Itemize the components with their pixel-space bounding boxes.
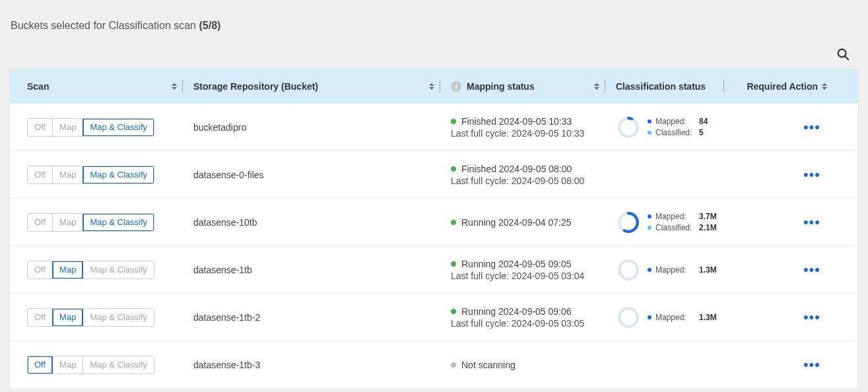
bucket-name: bucketadipro bbox=[193, 122, 246, 133]
scan-mode-off[interactable]: Off bbox=[28, 166, 53, 183]
scan-mode-map[interactable]: Map bbox=[53, 214, 83, 231]
last-full-cycle: Last full cycle: 2024-09-05 03:04 bbox=[451, 271, 584, 281]
more-actions-button[interactable]: ••• bbox=[801, 212, 823, 232]
stat-label: Mapped: bbox=[655, 117, 695, 126]
svg-point-8 bbox=[619, 308, 638, 327]
scan-mode-off[interactable]: Off bbox=[28, 261, 53, 278]
cell-mapping-status: Finished 2024-09-05 10:33 Last full cycl… bbox=[446, 116, 611, 139]
cell-bucket: datasense-1tb-3 bbox=[188, 360, 446, 370]
bucket-name: datasense-0-files bbox=[193, 170, 264, 180]
th-required-action[interactable]: Required Action bbox=[729, 69, 835, 104]
cell-bucket: bucketadipro bbox=[188, 122, 446, 133]
scan-mode-map[interactable]: Map bbox=[53, 261, 83, 278]
stat-label: Mapped: bbox=[655, 265, 695, 275]
stat-classified: Classified: 5 bbox=[648, 128, 708, 137]
more-actions-button[interactable]: ••• bbox=[801, 308, 823, 327]
cell-classification-status: Mapped: 1.3M bbox=[611, 305, 729, 330]
mapping-status-text: Finished 2024-09-05 10:33 bbox=[461, 116, 572, 127]
stat-mapped: Mapped: 84 bbox=[648, 117, 708, 126]
status-dot bbox=[451, 309, 456, 314]
th-scan[interactable]: Scan bbox=[10, 69, 188, 104]
cell-classification-status: Mapped: 1.3M bbox=[611, 257, 729, 282]
stat-value: 3.7M bbox=[699, 212, 717, 221]
more-actions-button[interactable]: ••• bbox=[801, 165, 823, 185]
search-icon[interactable] bbox=[832, 44, 853, 65]
classification-cell: Mapped: 3.7M Classified: 2.1M bbox=[616, 210, 717, 235]
scan-mode-off[interactable]: Off bbox=[28, 119, 53, 136]
table-row: OffMapMap & Classify datasense-1tb-2 Run… bbox=[10, 294, 858, 341]
table-toolbar bbox=[9, 40, 859, 69]
scan-mode-segmented: OffMapMap & Classify bbox=[27, 261, 154, 279]
scan-mode-segmented: OffMapMap & Classify bbox=[27, 118, 154, 137]
bucket-name: datasense-1tb-2 bbox=[193, 312, 260, 323]
scan-mode-off[interactable]: Off bbox=[28, 214, 53, 231]
cell-scan: OffMapMap & Classify bbox=[10, 166, 188, 184]
th-scan-label: Scan bbox=[27, 81, 49, 92]
cell-scan: OffMapMap & Classify bbox=[10, 213, 188, 232]
dot-icon bbox=[648, 226, 651, 230]
last-full-cycle: Last full cycle: 2024-09-05 03:05 bbox=[451, 318, 584, 329]
status-dot bbox=[451, 166, 456, 172]
more-actions-button[interactable]: ••• bbox=[801, 355, 823, 375]
status-dot bbox=[451, 220, 456, 225]
bucket-name: datasense-10tb bbox=[193, 217, 257, 228]
mapping-status-line: Not scanning bbox=[451, 360, 516, 370]
scan-mode-map_classify[interactable]: Map & Classify bbox=[83, 214, 154, 231]
svg-point-2 bbox=[619, 118, 638, 137]
stat-label: Mapped: bbox=[655, 313, 695, 322]
more-actions-button[interactable]: ••• bbox=[801, 260, 823, 280]
classification-cell: Mapped: 1.3M bbox=[616, 257, 717, 282]
scan-mode-map_classify[interactable]: Map & Classify bbox=[83, 309, 154, 326]
sort-icon[interactable] bbox=[429, 82, 434, 91]
stat-value: 1.3M bbox=[699, 313, 717, 322]
info-icon[interactable]: i bbox=[451, 81, 461, 92]
cell-classification-status: Mapped: 3.7M Classified: 2.1M bbox=[611, 210, 729, 235]
cell-required-action: ••• bbox=[729, 308, 835, 327]
cell-bucket: datasense-1tb-2 bbox=[188, 312, 446, 323]
scan-mode-map_classify[interactable]: Map & Classify bbox=[83, 261, 154, 278]
th-mapping-label: Mapping status bbox=[467, 81, 535, 92]
page-title: Buckets selected for Classification scan… bbox=[9, 20, 859, 32]
sort-icon[interactable] bbox=[594, 82, 599, 91]
col-divider bbox=[605, 80, 605, 93]
stat-value: 84 bbox=[699, 117, 708, 126]
scan-mode-map_classify[interactable]: Map & Classify bbox=[83, 166, 154, 183]
scan-mode-map[interactable]: Map bbox=[53, 119, 83, 136]
col-divider bbox=[440, 80, 440, 93]
mapping-status-line: Running 2024-09-05 09:06 bbox=[451, 306, 584, 317]
sort-icon[interactable] bbox=[822, 82, 827, 91]
scan-mode-map_classify[interactable]: Map & Classify bbox=[83, 356, 154, 374]
th-mapping-status[interactable]: i Mapping status bbox=[446, 69, 611, 104]
mapping-status-text: Running 2024-09-05 09:06 bbox=[461, 306, 572, 317]
stat-label: Classified: bbox=[655, 223, 695, 232]
scan-mode-off[interactable]: Off bbox=[28, 309, 53, 326]
scan-mode-map_classify[interactable]: Map & Classify bbox=[83, 119, 154, 136]
stat-mapped: Mapped: 1.3M bbox=[648, 265, 717, 275]
sort-icon[interactable] bbox=[172, 82, 177, 91]
svg-line-1 bbox=[845, 56, 848, 59]
more-actions-button[interactable]: ••• bbox=[801, 117, 823, 137]
th-repo-label: Storage Repository (Bucket) bbox=[193, 81, 318, 92]
stat-value: 1.3M bbox=[699, 265, 717, 275]
scan-mode-map[interactable]: Map bbox=[53, 166, 83, 183]
cell-required-action: ••• bbox=[729, 355, 835, 375]
scan-mode-off[interactable]: Off bbox=[28, 356, 53, 374]
scan-mode-segmented: OffMapMap & Classify bbox=[27, 213, 154, 232]
cell-scan: OffMapMap & Classify bbox=[10, 118, 188, 137]
mapping-status-line: Finished 2024-09-05 10:33 bbox=[451, 116, 584, 127]
scan-mode-map[interactable]: Map bbox=[53, 309, 83, 326]
cell-required-action: ••• bbox=[729, 117, 835, 137]
cell-mapping-status: Finished 2024-09-05 08:00 Last full cycl… bbox=[446, 164, 611, 186]
scan-mode-map[interactable]: Map bbox=[53, 356, 83, 374]
stat-mapped: Mapped: 3.7M bbox=[648, 212, 717, 221]
stat-value: 5 bbox=[699, 128, 704, 137]
last-full-cycle: Last full cycle: 2024-09-05 08:00 bbox=[451, 176, 584, 186]
status-dot bbox=[451, 261, 456, 267]
th-repo[interactable]: Storage Repository (Bucket) bbox=[188, 69, 446, 104]
th-class-label: Classification status bbox=[616, 81, 706, 92]
svg-point-6 bbox=[619, 261, 638, 279]
cell-scan: OffMapMap & Classify bbox=[10, 308, 188, 327]
cell-required-action: ••• bbox=[729, 165, 835, 185]
title-count: (5/8) bbox=[199, 20, 220, 31]
cell-mapping-status: Not scanning bbox=[446, 360, 611, 370]
